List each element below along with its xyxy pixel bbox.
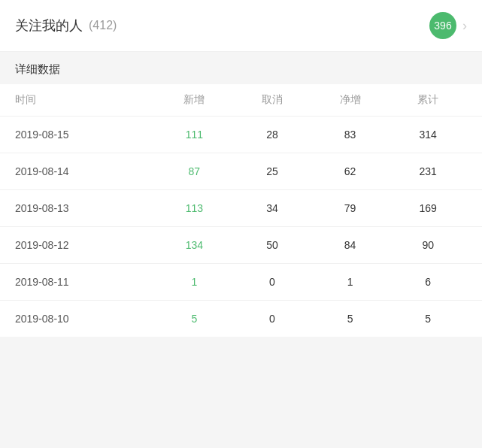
table-row: 2019-08-11 1 0 1 6	[0, 264, 482, 301]
col-total: 累计	[389, 93, 467, 107]
section-header: 详细数据	[0, 52, 482, 84]
cell-total: 231	[389, 165, 467, 177]
data-table: 时间 新增 取消 净增 累计 2019-08-15 111 28 83 314 …	[0, 84, 482, 337]
cell-net: 79	[311, 202, 390, 214]
cell-date: 2019-08-15	[15, 129, 156, 141]
cell-date: 2019-08-11	[15, 276, 156, 288]
cell-new: 111	[156, 129, 234, 141]
cell-new: 5	[156, 313, 234, 325]
cell-cancel: 25	[233, 165, 311, 177]
cell-net: 84	[311, 239, 390, 251]
table-row: 2019-08-14 87 25 62 231	[0, 153, 482, 190]
col-net: 净增	[311, 93, 390, 107]
follower-count: (412)	[89, 19, 117, 32]
col-new: 新增	[156, 93, 234, 107]
cell-new: 113	[156, 202, 234, 214]
cell-new: 87	[156, 165, 234, 177]
cell-date: 2019-08-10	[15, 313, 156, 325]
cell-date: 2019-08-14	[15, 165, 156, 177]
cell-cancel: 0	[233, 276, 311, 288]
cell-cancel: 28	[233, 129, 311, 141]
cell-total: 314	[389, 129, 467, 141]
cell-net: 5	[311, 313, 390, 325]
cell-cancel: 50	[233, 239, 311, 251]
cell-net: 83	[311, 129, 390, 141]
section-title: 详细数据	[15, 62, 60, 75]
header-left: 关注我的人 (412)	[15, 17, 117, 35]
chevron-right-icon[interactable]: ›	[462, 18, 467, 34]
table-row: 2019-08-12 134 50 84 90	[0, 227, 482, 264]
cell-cancel: 0	[233, 313, 311, 325]
cell-net: 62	[311, 165, 390, 177]
cell-new: 1	[156, 276, 234, 288]
cell-new: 134	[156, 239, 234, 251]
cell-total: 169	[389, 202, 467, 214]
col-cancel: 取消	[233, 93, 311, 107]
score-badge: 396	[429, 12, 456, 39]
cell-total: 5	[389, 313, 467, 325]
cell-cancel: 34	[233, 202, 311, 214]
page-header: 关注我的人 (412) 396 ›	[0, 0, 482, 52]
cell-date: 2019-08-13	[15, 202, 156, 214]
cell-total: 6	[389, 276, 467, 288]
table-header: 时间 新增 取消 净增 累计	[0, 84, 482, 117]
table-row: 2019-08-15 111 28 83 314	[0, 117, 482, 153]
table-row: 2019-08-13 113 34 79 169	[0, 190, 482, 227]
cell-total: 90	[389, 239, 467, 251]
cell-net: 1	[311, 276, 390, 288]
table-row: 2019-08-10 5 0 5 5	[0, 301, 482, 337]
cell-date: 2019-08-12	[15, 239, 156, 251]
page-title: 关注我的人	[15, 17, 83, 35]
header-right[interactable]: 396 ›	[429, 12, 467, 39]
col-time: 时间	[15, 93, 156, 107]
